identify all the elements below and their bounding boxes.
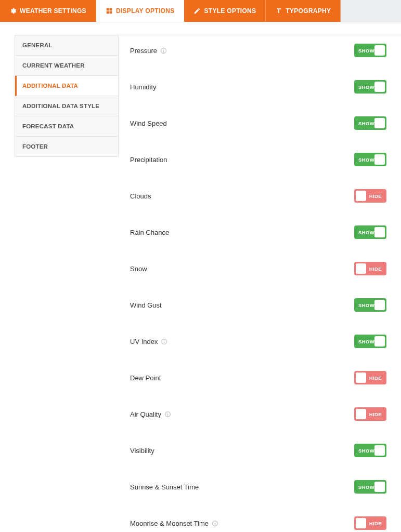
sidebar-item-general[interactable]: GENERAL [15, 35, 118, 56]
svg-point-6 [163, 49, 164, 49]
toggle-show[interactable]: SHOW [354, 80, 386, 94]
toggle-knob [374, 154, 385, 165]
sidebar-item-forecast-data[interactable]: FORECAST DATA [15, 116, 118, 137]
toggle-knob [374, 482, 385, 492]
tab-label: WEATHER SETTINGS [20, 7, 86, 15]
option-label: Clouds [130, 192, 151, 200]
toggle-show[interactable]: SHOW [354, 480, 386, 494]
toggle-hide[interactable]: HIDE [354, 189, 386, 203]
option-label: Sunrise & Sunset Time [130, 483, 199, 491]
toggle-text: SHOW [358, 48, 374, 54]
option-label-text: Rain Chance [130, 229, 169, 236]
option-row: CloudsHIDE [130, 178, 386, 214]
option-label: Rain Chance [130, 229, 169, 236]
tab-label: DISPLAY OPTIONS [116, 7, 175, 15]
toggle-hide[interactable]: HIDE [354, 371, 386, 384]
toggle-text: SHOW [358, 121, 374, 126]
toggle-knob [356, 373, 366, 383]
option-row: PrecipitationSHOW [130, 141, 386, 178]
option-row: UV IndexSHOW [130, 323, 386, 360]
option-label: UV Index [130, 338, 167, 345]
toggle-text: SHOW [358, 339, 374, 344]
option-label: Precipitation [130, 156, 167, 164]
option-label-text: Wind Speed [130, 119, 167, 127]
toggle-knob [374, 445, 385, 456]
option-label-text: Visibility [130, 447, 154, 455]
toggle-text: HIDE [369, 411, 382, 417]
info-icon[interactable] [161, 338, 167, 345]
toggle-text: SHOW [358, 448, 374, 454]
option-row: Wind GustSHOW [130, 287, 386, 323]
toggle-text: SHOW [358, 230, 374, 235]
toggle-knob [374, 45, 385, 56]
toggle-show[interactable]: SHOW [354, 44, 386, 57]
option-label-text: Sunrise & Sunset Time [130, 483, 199, 491]
toggle-knob [374, 227, 385, 237]
toggle-show[interactable]: SHOW [354, 225, 386, 239]
svg-rect-1 [110, 8, 112, 11]
info-icon[interactable] [212, 520, 218, 527]
option-label: Wind Gust [130, 301, 162, 309]
toggle-knob [356, 409, 366, 419]
toggle-text: SHOW [358, 157, 374, 163]
option-label-text: Humidity [130, 83, 157, 91]
option-label-text: Precipitation [130, 156, 167, 164]
toggle-text: SHOW [358, 84, 374, 90]
tab-label: STYLE OPTIONS [204, 7, 256, 15]
tab-typography[interactable]: TYPOGRAPHY [266, 0, 341, 22]
svg-point-12 [167, 413, 168, 413]
tab-display-options[interactable]: DISPLAY OPTIONS [96, 0, 185, 22]
toggle-hide[interactable]: HIDE [354, 407, 386, 421]
toggle-show[interactable]: SHOW [354, 298, 386, 312]
settings-panel: PressureSHOWHumiditySHOWWind SpeedSHOWPr… [119, 35, 401, 532]
option-row: Sunrise & Sunset TimeSHOW [130, 469, 386, 505]
toggle-show[interactable]: SHOW [354, 116, 386, 130]
sidebar-item-additional-data-style[interactable]: ADDITIONAL DATA STYLE [15, 96, 118, 116]
option-row: Dew PointHIDE [130, 360, 386, 396]
sidebar-item-current-weather[interactable]: CURRENT WEATHER [15, 56, 118, 76]
toggle-knob [356, 191, 366, 201]
option-row: Air QualityHIDE [130, 396, 386, 432]
option-label-text: Dew Point [130, 374, 161, 382]
toggle-hide[interactable]: HIDE [354, 262, 386, 275]
info-icon[interactable] [160, 47, 167, 54]
option-row: Moonrise & Moonset TimeHIDE [130, 505, 386, 532]
toggle-knob [356, 518, 366, 528]
tab-label: TYPOGRAPHY [286, 7, 331, 15]
option-label-text: Moonrise & Moonset Time [130, 520, 209, 527]
option-label-text: Air Quality [130, 410, 161, 418]
toggle-hide[interactable]: HIDE [354, 516, 386, 530]
option-label: Snow [130, 265, 147, 273]
toggle-knob [356, 263, 366, 274]
info-icon[interactable] [164, 411, 171, 418]
svg-rect-3 [110, 11, 112, 14]
tab-weather-settings[interactable]: WEATHER SETTINGS [0, 0, 96, 22]
option-label: Wind Speed [130, 119, 167, 127]
toggle-show[interactable]: SHOW [354, 335, 386, 348]
option-label: Humidity [130, 83, 157, 91]
toggle-text: HIDE [369, 375, 382, 381]
toggle-text: HIDE [369, 266, 382, 272]
option-label-text: Clouds [130, 192, 151, 200]
option-row: VisibilitySHOW [130, 432, 386, 469]
sidebar-item-additional-data[interactable]: ADDITIONAL DATA [15, 76, 118, 96]
option-row: Wind SpeedSHOW [130, 105, 386, 141]
option-label: Visibility [130, 447, 154, 455]
svg-point-15 [215, 522, 215, 522]
option-label-text: Wind Gust [130, 301, 162, 309]
toggle-text: SHOW [358, 484, 374, 490]
toggle-show[interactable]: SHOW [354, 444, 386, 457]
svg-rect-2 [107, 11, 109, 14]
grid-icon [106, 7, 113, 15]
pencil-icon [193, 7, 201, 15]
toggle-knob [374, 300, 385, 310]
option-row: SnowHIDE [130, 250, 386, 287]
type-icon [275, 7, 282, 15]
tab-style-options[interactable]: STYLE OPTIONS [184, 0, 266, 22]
option-row: Rain ChanceSHOW [130, 214, 386, 250]
toggle-show[interactable]: SHOW [354, 153, 386, 166]
option-label-text: UV Index [130, 338, 158, 345]
toggle-knob [374, 336, 385, 347]
sidebar-item-footer[interactable]: FOOTER [15, 137, 118, 157]
svg-point-9 [164, 340, 164, 340]
